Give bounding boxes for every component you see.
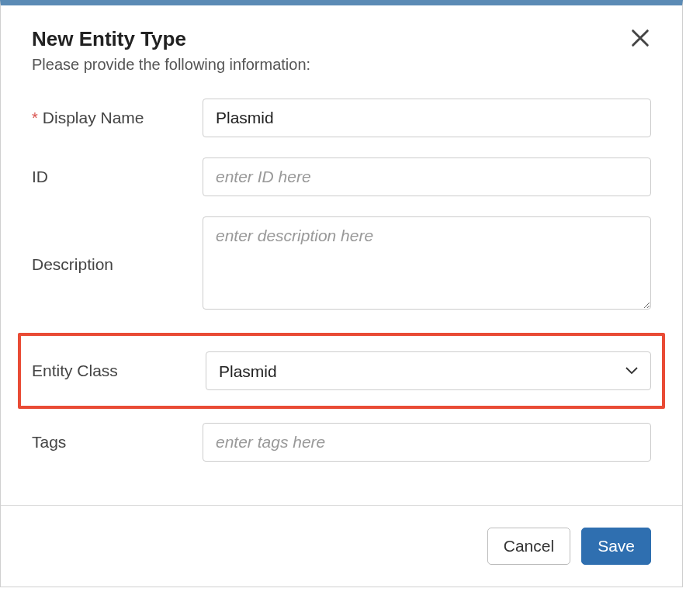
display-name-row: * Display Name <box>32 99 651 137</box>
description-label-text: Description <box>32 255 113 274</box>
close-button[interactable] <box>629 27 651 49</box>
tags-label-text: Tags <box>32 433 66 452</box>
description-label: Description <box>32 255 203 274</box>
entity-class-label: Entity Class <box>32 362 206 380</box>
id-input[interactable] <box>203 157 651 196</box>
modal-title: New Entity Type <box>32 27 651 51</box>
modal-subtitle: Please provide the following information… <box>32 56 651 74</box>
required-indicator: * <box>32 109 38 127</box>
modal-header: New Entity Type Please provide the follo… <box>1 5 682 81</box>
id-label: ID <box>32 168 203 186</box>
save-button[interactable]: Save <box>581 528 651 565</box>
form-body: * Display Name ID Description <box>1 81 682 505</box>
close-icon <box>629 27 651 49</box>
modal-footer: Cancel Save <box>1 505 682 587</box>
display-name-label: * Display Name <box>32 109 203 127</box>
description-input[interactable] <box>203 216 651 310</box>
new-entity-type-modal: New Entity Type Please provide the follo… <box>0 0 683 587</box>
entity-class-highlight: Entity Class Plasmid <box>18 333 665 409</box>
id-label-text: ID <box>32 168 48 186</box>
cancel-button[interactable]: Cancel <box>487 528 570 565</box>
tags-label: Tags <box>32 433 203 452</box>
id-row: ID <box>32 157 651 196</box>
tags-input[interactable] <box>203 423 651 462</box>
display-name-label-text: Display Name <box>43 109 144 127</box>
entity-class-label-text: Entity Class <box>32 362 118 380</box>
entity-class-select[interactable]: Plasmid <box>206 351 651 390</box>
tags-row: Tags <box>32 423 651 462</box>
entity-class-row: Entity Class Plasmid <box>32 351 651 390</box>
description-row: Description <box>32 216 651 313</box>
display-name-input[interactable] <box>203 99 651 137</box>
